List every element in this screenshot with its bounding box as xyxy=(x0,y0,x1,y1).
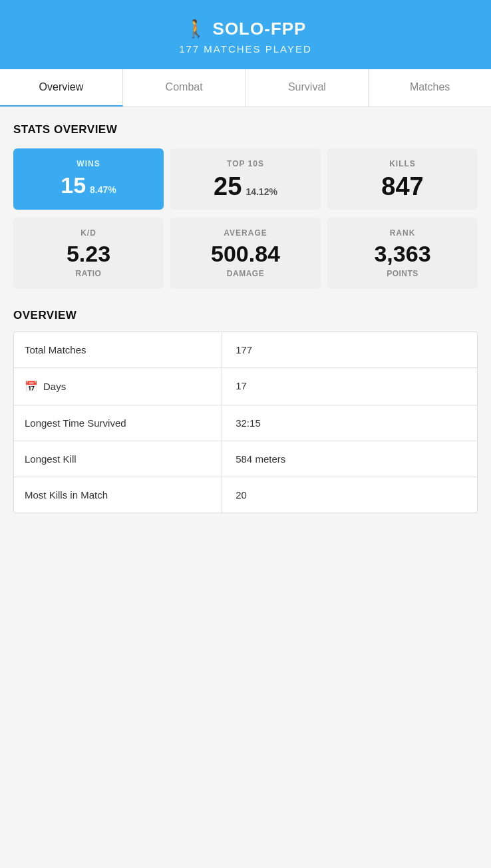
row-val-total-matches: 177 xyxy=(222,332,477,367)
stat-wins: WINS 15 8.47% xyxy=(13,148,164,210)
rank-label: RANK xyxy=(335,228,470,238)
top10s-value: 25 xyxy=(214,174,242,199)
wins-label: WINS xyxy=(21,159,156,168)
kd-label: K/D xyxy=(21,228,156,238)
stat-kills: KILLS 847 xyxy=(327,148,478,210)
tab-survival[interactable]: Survival xyxy=(246,69,369,107)
row-key-days: 📅 Days xyxy=(14,368,222,405)
kills-value: 847 xyxy=(381,174,423,199)
header: 🚶 SOLO-FPP 177 MATCHES PLAYED xyxy=(0,0,491,69)
avg-value: 500.84 xyxy=(178,242,313,266)
stat-rank: RANK 3,363 POINTS xyxy=(327,218,478,289)
tab-matches[interactable]: Matches xyxy=(369,69,491,107)
table-row: Longest Kill 584 meters xyxy=(14,441,477,477)
stat-kd: K/D 5.23 RATIO xyxy=(13,218,164,289)
top10s-label: TOP 10S xyxy=(178,159,313,168)
table-row: 📅 Days 17 xyxy=(14,368,477,405)
main-card: 🚶 SOLO-FPP 177 MATCHES PLAYED Overview C… xyxy=(0,0,491,868)
row-val-most-kills: 20 xyxy=(222,477,477,513)
kills-label: KILLS xyxy=(335,159,470,168)
stat-avg-damage: AVERAGE 500.84 DAMAGE xyxy=(170,218,321,289)
table-row: Longest Time Survived 32:15 xyxy=(14,405,477,441)
tab-overview[interactable]: Overview xyxy=(0,69,123,107)
header-subtitle: 177 MATCHES PLAYED xyxy=(13,43,478,55)
tab-combat[interactable]: Combat xyxy=(123,69,246,107)
avg-label: AVERAGE xyxy=(178,228,313,238)
avg-sub: DAMAGE xyxy=(178,269,313,278)
row-key-total-matches: Total Matches xyxy=(14,332,222,367)
top10s-pct: 14.12% xyxy=(246,186,277,197)
header-title: SOLO-FPP xyxy=(213,19,307,39)
person-icon: 🚶 xyxy=(185,19,206,39)
table-row: Most Kills in Match 20 xyxy=(14,477,477,513)
wins-value: 15 xyxy=(61,174,86,196)
stats-section-title: STATS OVERVIEW xyxy=(13,123,478,136)
rank-value: 3,363 xyxy=(335,242,470,266)
stats-row-1: WINS 15 8.47% TOP 10S 25 14.12% KILLS 84… xyxy=(13,148,478,210)
overview-section-title: OVERVIEW xyxy=(13,309,478,322)
calendar-icon: 📅 xyxy=(25,380,38,393)
row-key-most-kills: Most Kills in Match xyxy=(14,477,222,513)
overview-section: OVERVIEW Total Matches 177 📅 Days 17 xyxy=(13,309,478,513)
row-val-longest-kill: 584 meters xyxy=(222,441,477,477)
rank-sub: POINTS xyxy=(335,269,470,278)
row-val-longest-time: 32:15 xyxy=(222,405,477,441)
stats-row-2: K/D 5.23 RATIO AVERAGE 500.84 DAMAGE RAN… xyxy=(13,218,478,289)
tabs-bar: Overview Combat Survival Matches xyxy=(0,69,491,107)
content-area: STATS OVERVIEW WINS 15 8.47% TOP 10S 25 … xyxy=(0,107,491,527)
overview-table: Total Matches 177 📅 Days 17 Longest Time… xyxy=(13,331,478,513)
wins-pct: 8.47% xyxy=(90,184,116,195)
kd-value: 5.23 xyxy=(21,242,156,266)
row-val-days: 17 xyxy=(222,368,477,405)
stat-top10s: TOP 10S 25 14.12% xyxy=(170,148,321,210)
row-key-longest-kill: Longest Kill xyxy=(14,441,222,477)
kd-sub: RATIO xyxy=(21,269,156,278)
table-row: Total Matches 177 xyxy=(14,332,477,368)
row-key-longest-time: Longest Time Survived xyxy=(14,405,222,441)
